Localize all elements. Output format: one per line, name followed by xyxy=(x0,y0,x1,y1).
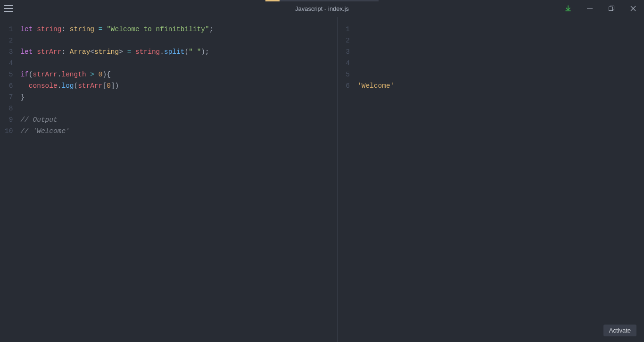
code-line xyxy=(20,35,337,46)
code-line: if(strArr.length > 0){ xyxy=(20,69,337,80)
code-line xyxy=(20,58,337,69)
code-line xyxy=(20,103,337,114)
minimize-icon xyxy=(587,6,593,11)
download-icon xyxy=(565,5,571,12)
svg-rect-1 xyxy=(4,8,13,9)
code-content[interactable]: let string: string = "Welcome to nfinitb… xyxy=(20,24,337,137)
line-number: 4 xyxy=(5,58,13,69)
titlebar: Javascript - index.js xyxy=(0,0,644,17)
line-number: 4 xyxy=(342,58,350,69)
svg-rect-4 xyxy=(609,7,613,11)
output-content: 'Welcome' xyxy=(357,24,644,92)
line-number: 10 xyxy=(5,125,13,137)
progress-bar xyxy=(265,0,379,1)
output-line xyxy=(357,58,644,69)
maximize-button[interactable] xyxy=(601,0,622,17)
output-line xyxy=(357,46,644,58)
line-number: 3 xyxy=(342,46,350,58)
line-number: 1 xyxy=(342,24,350,35)
download-button[interactable] xyxy=(557,0,579,17)
line-number: 3 xyxy=(5,46,13,58)
line-number: 9 xyxy=(5,114,13,125)
code-line: let strArr: Array<string> = string.split… xyxy=(20,46,337,58)
line-number: 2 xyxy=(342,35,350,46)
editor-area: 1 2 3 4 5 6 7 8 9 10 let string: string … xyxy=(0,17,644,342)
activate-button[interactable]: Activate xyxy=(603,325,636,336)
hamburger-icon xyxy=(4,5,13,12)
output-line xyxy=(357,69,644,80)
output-line xyxy=(357,24,644,35)
line-number: 6 xyxy=(342,80,350,92)
window-controls xyxy=(557,0,644,17)
progress-fill xyxy=(265,0,280,1)
svg-rect-0 xyxy=(4,5,13,6)
line-number: 8 xyxy=(5,103,13,114)
line-number: 6 xyxy=(5,80,13,92)
output-line: 'Welcome' xyxy=(357,80,644,92)
minimize-button[interactable] xyxy=(579,0,601,17)
line-gutter-right: 1 2 3 4 5 6 xyxy=(338,24,357,92)
output-line xyxy=(357,35,644,46)
line-number: 5 xyxy=(342,69,350,80)
maximize-icon xyxy=(609,6,614,11)
line-number: 1 xyxy=(5,24,13,35)
line-number: 7 xyxy=(5,92,13,103)
svg-rect-3 xyxy=(587,8,593,9)
close-icon xyxy=(630,6,636,11)
code-line: // 'Welcome' xyxy=(20,125,337,137)
svg-rect-2 xyxy=(4,11,13,12)
line-number: 5 xyxy=(5,69,13,80)
code-line: let string: string = "Welcome to nfinitb… xyxy=(20,24,337,35)
close-button[interactable] xyxy=(622,0,644,17)
code-line: } xyxy=(20,92,337,103)
code-line: // Output xyxy=(20,114,337,125)
text-cursor xyxy=(70,126,70,134)
line-number: 2 xyxy=(5,35,13,46)
code-editor-pane[interactable]: 1 2 3 4 5 6 7 8 9 10 let string: string … xyxy=(0,17,338,342)
line-gutter-left: 1 2 3 4 5 6 7 8 9 10 xyxy=(0,24,20,137)
output-pane[interactable]: 1 2 3 4 5 6 'Welcome' xyxy=(338,17,644,342)
window-title: Javascript - index.js xyxy=(295,5,349,12)
hamburger-menu-button[interactable] xyxy=(0,0,17,17)
code-line: console.log(strArr[0]) xyxy=(20,80,337,92)
